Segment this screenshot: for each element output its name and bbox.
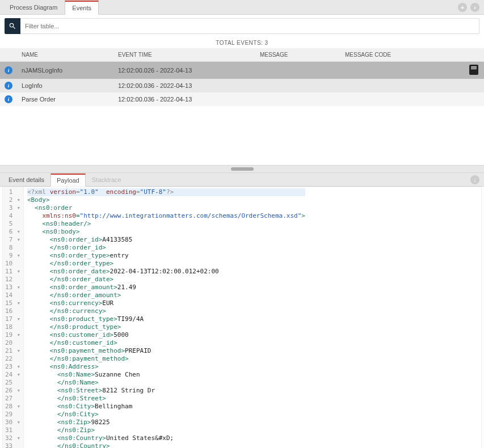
cell-message bbox=[255, 92, 340, 106]
line-number-gutter: 1 2 ▾3 ▾4 5 6 ▾7 ▾8 9 ▾10 11 ▾12 13 ▾14 … bbox=[3, 187, 24, 448]
top-tabs: Process Diagram Events + › bbox=[0, 0, 484, 15]
cell-event-time: 12:02:00.036 - 2022-04-13 bbox=[113, 79, 255, 92]
top-tab-actions: + › bbox=[458, 3, 484, 12]
detail-tab-actions: ↓ bbox=[470, 175, 484, 184]
cell-message bbox=[255, 79, 340, 92]
cell-event-time: 12:02:00.026 - 2022-04-13 bbox=[113, 62, 255, 79]
events-panel: TOTAL EVENTS: 3 NAME EVENT TIME MESSAGE … bbox=[0, 15, 484, 165]
tab-event-details[interactable]: Event details bbox=[2, 174, 50, 186]
tab-process-diagram[interactable]: Process Diagram bbox=[2, 1, 65, 14]
cell-name: Parse Order bbox=[17, 92, 113, 106]
cell-actions bbox=[461, 92, 484, 106]
col-message[interactable]: MESSAGE bbox=[255, 48, 340, 62]
table-row[interactable]: iParse Order12:02:00.036 - 2022-04-13 bbox=[0, 92, 484, 106]
cell-event-time: 12:02:00.036 - 2022-04-13 bbox=[113, 92, 255, 106]
detail-tabs: Event details Payload Stacktrace ↓ bbox=[0, 173, 484, 187]
cell-message-code bbox=[340, 79, 461, 92]
page-icon[interactable] bbox=[469, 65, 478, 75]
events-table: NAME EVENT TIME MESSAGE MESSAGE CODE inJ… bbox=[0, 48, 484, 106]
tab-payload[interactable]: Payload bbox=[50, 174, 86, 187]
table-header-row: NAME EVENT TIME MESSAGE MESSAGE CODE bbox=[0, 48, 484, 62]
cell-message-code bbox=[340, 62, 461, 79]
panel-resize-bar[interactable] bbox=[0, 165, 484, 173]
filter-bar bbox=[5, 18, 479, 34]
table-row[interactable]: iLogInfo12:02:00.036 - 2022-04-13 bbox=[0, 79, 484, 92]
col-message-code[interactable]: MESSAGE CODE bbox=[340, 48, 461, 62]
cell-actions bbox=[461, 79, 484, 92]
arrow-icon[interactable]: › bbox=[470, 3, 479, 12]
download-icon[interactable]: ↓ bbox=[470, 175, 479, 184]
cell-name: LogInfo bbox=[17, 79, 113, 92]
tab-stacktrace: Stacktrace bbox=[86, 174, 128, 186]
cell-actions bbox=[461, 62, 484, 79]
cell-name: nJAMSLogInfo bbox=[17, 62, 113, 79]
col-name[interactable]: NAME bbox=[17, 48, 113, 62]
col-icon bbox=[0, 48, 17, 62]
info-icon: i bbox=[0, 92, 17, 106]
tab-events[interactable]: Events bbox=[65, 1, 99, 15]
col-event-time[interactable]: EVENT TIME bbox=[113, 48, 255, 62]
info-icon: i bbox=[0, 79, 17, 92]
filter-input[interactable] bbox=[20, 18, 479, 34]
cell-message-code bbox=[340, 92, 461, 106]
search-icon[interactable] bbox=[5, 18, 20, 34]
col-actions bbox=[461, 48, 484, 62]
code-content[interactable]: <?xml version="1.0" encoding="UTF-8"?><B… bbox=[24, 187, 309, 448]
info-icon: i bbox=[0, 62, 17, 79]
add-icon[interactable]: + bbox=[458, 3, 467, 12]
cell-message bbox=[255, 62, 340, 79]
table-row[interactable]: inJAMSLogInfo12:02:00.026 - 2022-04-13 bbox=[0, 62, 484, 79]
payload-editor[interactable]: 1 2 ▾3 ▾4 5 6 ▾7 ▾8 9 ▾10 11 ▾12 13 ▾14 … bbox=[2, 187, 482, 448]
total-events-label: TOTAL EVENTS: 3 bbox=[0, 37, 484, 48]
drag-handle-icon bbox=[231, 167, 254, 171]
